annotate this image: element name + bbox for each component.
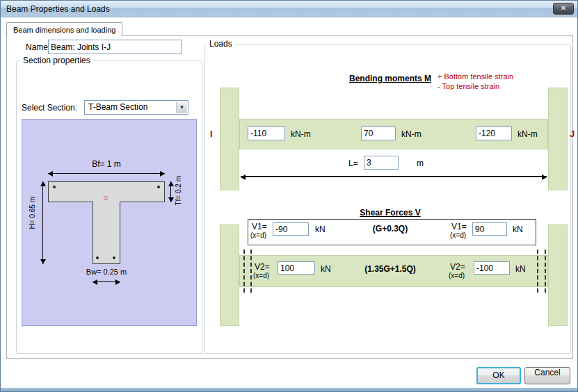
centroid-mark xyxy=(104,196,108,200)
length-unit: m xyxy=(417,158,424,168)
beam-properties-dialog: Beam Properties and Loads ✕ Beam dimensi… xyxy=(0,0,578,392)
moment-left-input[interactable] xyxy=(248,126,285,140)
legend-top-tensile: - Top tensile strain xyxy=(437,82,499,90)
moment-right-unit: kN-m xyxy=(517,129,538,139)
v2-right-unit: kN xyxy=(515,264,526,274)
critical-section-line xyxy=(250,250,252,293)
combo1-label: (G+0.3Q) xyxy=(328,224,453,234)
v1-right-input[interactable] xyxy=(472,222,507,236)
moment-right-input[interactable] xyxy=(476,126,512,140)
column-right-lower xyxy=(548,224,568,326)
column-left xyxy=(220,88,239,190)
flange-thickness-arrow xyxy=(170,181,171,202)
v1-right-unit: kN xyxy=(513,224,523,234)
length-label: L= xyxy=(348,158,358,168)
v2-right-input[interactable] xyxy=(474,261,510,275)
rebar-dot xyxy=(53,186,56,188)
cancel-button[interactable]: Cancel xyxy=(524,367,570,384)
v2-right-xd-label: (x=d) xyxy=(449,272,465,279)
v1-left-label: V1= xyxy=(252,222,267,231)
beam-name-input[interactable] xyxy=(48,40,182,54)
legend-bottom-tensile: + Bottom tensile strain xyxy=(437,72,513,81)
critical-section-line xyxy=(243,250,245,293)
combo2-label: (1.35G+1.5Q) xyxy=(328,264,453,274)
column-right xyxy=(548,88,568,190)
v1-right-xd-label: (x=d) xyxy=(450,231,466,239)
joint-j-label: J xyxy=(570,129,575,139)
v2-left-label: V2= xyxy=(255,262,270,272)
flange-thickness-dim: Tf= 0.2 m xyxy=(175,176,182,206)
critical-section-line xyxy=(545,250,546,293)
section-type-dropdown[interactable]: T-Beam Section ▼ xyxy=(84,100,188,115)
web-width-dim: Bw= 0.25 m xyxy=(68,268,145,276)
select-section-label: Select Section: xyxy=(22,103,77,113)
window-title: Beam Properties and Loads xyxy=(6,4,110,14)
moment-left-unit: kN-m xyxy=(291,129,311,139)
height-dim: H= 0.65 m xyxy=(29,197,36,229)
length-input[interactable] xyxy=(364,156,399,170)
rebar-dot xyxy=(113,256,115,259)
joint-i-label: I xyxy=(210,129,213,139)
close-icon[interactable]: ✕ xyxy=(553,3,574,15)
rebar-dot xyxy=(96,256,99,259)
span-length-arrow xyxy=(241,176,547,177)
rebar-dot xyxy=(157,186,160,188)
chevron-down-icon[interactable]: ▼ xyxy=(176,101,187,113)
name-label: Name xyxy=(26,42,48,52)
flange-width-arrow xyxy=(48,173,165,174)
web-width-arrow xyxy=(93,281,120,282)
v1-right-label: V1= xyxy=(451,222,467,231)
tab-beam-dimensions[interactable]: Beam dimensions and loading xyxy=(6,22,122,36)
v2-left-input[interactable] xyxy=(278,261,315,275)
v1-left-unit: kN xyxy=(315,224,326,234)
column-left-lower xyxy=(220,224,239,326)
v1-left-xd-label: (x=d) xyxy=(250,231,266,239)
section-properties-title: Section properties xyxy=(20,56,93,65)
flange-width-dim: Bf= 1 m xyxy=(48,159,165,169)
v1-left-input[interactable] xyxy=(273,222,309,236)
loads-group xyxy=(204,44,571,354)
t-beam-web xyxy=(93,202,120,264)
moment-mid-input[interactable] xyxy=(361,126,396,140)
v2-left-xd-label: (x=d) xyxy=(253,272,269,279)
section-type-value: T-Beam Section xyxy=(85,101,188,112)
loads-group-title: Loads xyxy=(207,39,235,49)
window-bottom-border xyxy=(1,388,578,392)
moment-mid-unit: kN-m xyxy=(401,129,422,139)
shear-forces-heading: Shear Forces V xyxy=(321,208,460,218)
height-arrow xyxy=(42,181,43,264)
critical-section-line xyxy=(537,250,538,293)
v2-right-label: V2= xyxy=(450,262,465,272)
titlebar: Beam Properties and Loads ✕ xyxy=(1,1,578,17)
ok-button[interactable]: OK xyxy=(476,367,521,384)
